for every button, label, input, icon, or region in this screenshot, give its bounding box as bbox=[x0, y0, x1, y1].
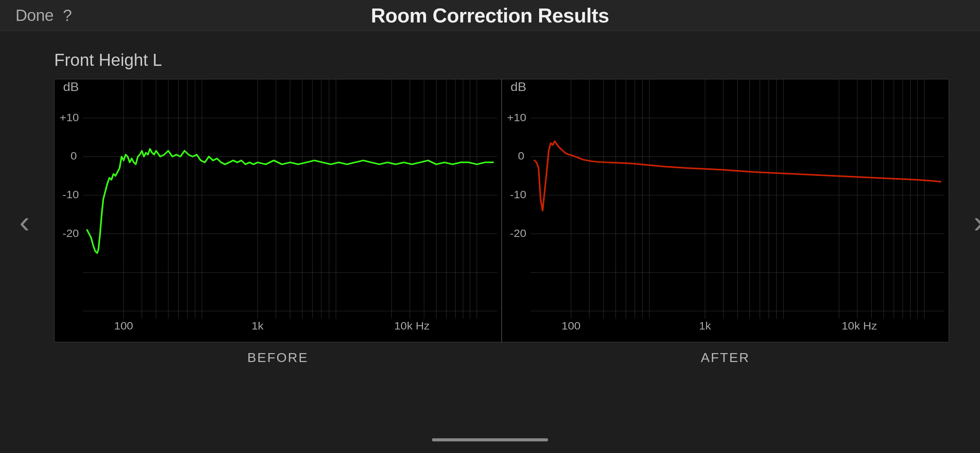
header-left: Done ? bbox=[15, 6, 72, 25]
svg-text:+10: +10 bbox=[60, 111, 79, 123]
after-chart-svg: dB +10 0 -10 -20 100 1k 10k Hz bbox=[502, 79, 949, 342]
charts-container: dB +10 0 -10 -20 100 1k 10k Hz BEF bbox=[54, 79, 949, 365]
svg-text:+10: +10 bbox=[507, 111, 526, 123]
svg-rect-40 bbox=[502, 79, 949, 342]
channel-label: Front Height L bbox=[54, 50, 949, 70]
before-chart-svg: dB +10 0 -10 -20 100 1k 10k Hz bbox=[55, 79, 501, 342]
svg-text:-10: -10 bbox=[510, 189, 526, 201]
before-chart-wrapper: dB +10 0 -10 -20 100 1k 10k Hz BEF bbox=[54, 79, 502, 365]
svg-text:dB: dB bbox=[511, 80, 526, 94]
charts-row: ‹ bbox=[54, 79, 949, 365]
svg-text:100: 100 bbox=[562, 320, 581, 332]
svg-text:1k: 1k bbox=[699, 320, 711, 332]
scroll-indicator bbox=[432, 438, 548, 441]
next-arrow[interactable]: › bbox=[966, 204, 980, 240]
svg-text:-10: -10 bbox=[63, 189, 79, 201]
done-button[interactable]: Done bbox=[15, 6, 53, 25]
after-chart-wrapper: dB +10 0 -10 -20 100 1k 10k Hz AFT bbox=[502, 79, 949, 365]
svg-text:10k Hz: 10k Hz bbox=[394, 320, 430, 332]
main-content: Front Height L ‹ bbox=[0, 31, 980, 381]
after-chart: dB +10 0 -10 -20 100 1k 10k Hz bbox=[502, 79, 949, 342]
svg-text:1k: 1k bbox=[252, 320, 264, 332]
svg-text:100: 100 bbox=[114, 320, 133, 332]
svg-text:0: 0 bbox=[518, 150, 524, 162]
svg-rect-0 bbox=[55, 79, 501, 342]
page-title: Room Correction Results bbox=[371, 4, 609, 27]
header: Done ? Room Correction Results bbox=[0, 0, 980, 31]
svg-text:-20: -20 bbox=[63, 227, 79, 239]
svg-text:-20: -20 bbox=[510, 227, 526, 239]
prev-arrow[interactable]: ‹ bbox=[12, 204, 38, 240]
after-label: AFTER bbox=[701, 350, 750, 365]
help-button[interactable]: ? bbox=[63, 6, 72, 25]
svg-text:dB: dB bbox=[63, 80, 79, 94]
svg-text:0: 0 bbox=[70, 150, 77, 162]
before-label: BEFORE bbox=[247, 350, 308, 365]
svg-text:10k Hz: 10k Hz bbox=[842, 320, 877, 332]
before-chart: dB +10 0 -10 -20 100 1k 10k Hz bbox=[54, 79, 502, 342]
